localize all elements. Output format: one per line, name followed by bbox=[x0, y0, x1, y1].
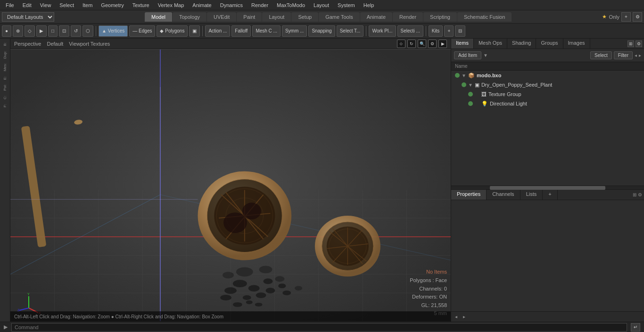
tool-rotate-icon[interactable]: ↺ bbox=[71, 25, 81, 37]
tab-uvedit[interactable]: UVEdit bbox=[207, 12, 236, 22]
tool-hex[interactable]: ⬡ bbox=[83, 25, 93, 37]
menu-file[interactable]: File bbox=[2, 1, 18, 9]
list-item[interactable]: ▼ 💡 Directional Light bbox=[464, 99, 644, 108]
add-item-button[interactable]: Add Item bbox=[454, 51, 481, 59]
visibility-dot[interactable] bbox=[468, 101, 473, 106]
menu-view[interactable]: View bbox=[36, 1, 55, 9]
command-exec-button[interactable]: ↵ bbox=[631, 323, 640, 332]
viewport-ctrl-5[interactable]: ▶ bbox=[438, 40, 447, 48]
tool-square[interactable]: □ bbox=[48, 25, 58, 37]
items-settings-btn[interactable]: ⚙ bbox=[636, 40, 642, 47]
viewport-ctrl-1[interactable]: ⊹ bbox=[397, 40, 405, 48]
tab-render[interactable]: Render bbox=[393, 12, 423, 22]
menu-select[interactable]: Select bbox=[56, 1, 78, 9]
list-item[interactable]: ▼ 🖼 Texture Group bbox=[464, 89, 644, 99]
tab-shading[interactable]: Shading bbox=[507, 39, 536, 49]
left-item-b[interactable]: B: bbox=[2, 40, 8, 48]
tab-lists[interactable]: Lists bbox=[520, 190, 543, 200]
select-button[interactable]: Select bbox=[590, 51, 612, 59]
tab-images[interactable]: Images bbox=[563, 39, 590, 49]
viewport-ctrl-4[interactable]: ⚙ bbox=[428, 40, 437, 48]
command-input[interactable] bbox=[11, 323, 627, 332]
menu-help[interactable]: Help bbox=[360, 1, 378, 9]
tab-mesh-ops[interactable]: Mesh Ops bbox=[474, 39, 507, 49]
tab-topology[interactable]: Topology bbox=[173, 12, 206, 22]
tab-add-props[interactable]: + bbox=[543, 190, 557, 200]
viewport-canvas[interactable]: No Items Polygons : Face Channels: 0 Def… bbox=[10, 49, 451, 322]
expand-arrow-icon[interactable]: ▼ bbox=[462, 73, 466, 78]
tool-diamond[interactable]: ◇ bbox=[25, 25, 35, 37]
menu-edit[interactable]: Edit bbox=[19, 1, 35, 9]
tool-select-circle[interactable]: ● bbox=[2, 25, 11, 37]
snapping-button[interactable]: Snapping bbox=[308, 25, 335, 37]
kits-button[interactable]: Kits bbox=[429, 25, 443, 37]
tab-layout[interactable]: Layout bbox=[262, 12, 291, 22]
tool-grid-btn[interactable]: ▣ bbox=[189, 25, 200, 37]
visibility-dot[interactable] bbox=[462, 82, 466, 87]
work-pl-button[interactable]: Work Pl... bbox=[369, 25, 396, 37]
selecti-button[interactable]: Selecti ... bbox=[397, 25, 423, 37]
viewport-textures-label[interactable]: Viewport Textures bbox=[69, 41, 110, 47]
tab-scripting[interactable]: Scripting bbox=[423, 12, 457, 22]
falloff-button[interactable]: Falloff bbox=[231, 25, 251, 37]
mesh-c-button[interactable]: Mesh C ... bbox=[252, 25, 281, 37]
props-settings-btn[interactable]: ⚙ bbox=[638, 192, 642, 197]
viewport-perspective-label[interactable]: Perspective bbox=[14, 41, 41, 47]
add-layout-button[interactable]: + bbox=[621, 12, 631, 22]
polygons-button[interactable]: ◆ Polygons bbox=[157, 25, 188, 37]
viewport-ctrl-3[interactable]: 🔍 bbox=[418, 40, 426, 48]
props-expand-btn[interactable]: ⊞ bbox=[633, 192, 636, 197]
left-item-dup[interactable]: Dup: bbox=[2, 49, 8, 61]
filter-button[interactable]: Filter bbox=[614, 51, 633, 59]
select-t-button[interactable]: Select T... bbox=[337, 25, 364, 37]
tool-remove-btn[interactable]: ⊟ bbox=[455, 25, 465, 37]
left-item-e[interactable]: E: bbox=[2, 74, 8, 82]
tab-channels[interactable]: Channels bbox=[487, 190, 520, 200]
tab-groups[interactable]: Groups bbox=[536, 39, 563, 49]
menu-render[interactable]: Render bbox=[248, 1, 272, 9]
tab-paint[interactable]: Paint bbox=[237, 12, 262, 22]
tool-arrow[interactable]: ▶ bbox=[36, 25, 47, 37]
tab-setup[interactable]: Setup bbox=[291, 12, 318, 22]
props-right-arrow[interactable]: ▸ bbox=[461, 313, 467, 320]
layout-dropdown[interactable]: Default Layouts bbox=[2, 12, 54, 22]
left-item-c[interactable]: C: bbox=[2, 94, 8, 101]
items-scrollbar[interactable] bbox=[451, 186, 644, 189]
menu-layout[interactable]: Layout bbox=[310, 1, 333, 9]
tool-add-btn[interactable]: + bbox=[444, 25, 454, 37]
tab-game-tools[interactable]: Game Tools bbox=[319, 12, 360, 22]
visibility-dot[interactable] bbox=[468, 92, 473, 97]
visibility-dot[interactable] bbox=[455, 73, 460, 78]
left-item-f[interactable]: F: bbox=[2, 102, 8, 109]
menu-maxtomodo[interactable]: MaxToModo bbox=[273, 1, 309, 9]
menu-item[interactable]: Item bbox=[79, 1, 96, 9]
menu-vertex-map[interactable]: Vertex Map bbox=[154, 1, 188, 9]
items-expand-btn[interactable]: ⊞ bbox=[627, 40, 634, 47]
left-item-mes[interactable]: Mes: bbox=[2, 61, 8, 73]
tab-items[interactable]: Items bbox=[451, 39, 474, 49]
menu-texture[interactable]: Texture bbox=[129, 1, 153, 9]
edges-button[interactable]: — Edges bbox=[129, 25, 155, 37]
vertices-button[interactable]: ▲ Vertices bbox=[99, 25, 128, 37]
menu-dynamics[interactable]: Dynamics bbox=[216, 1, 247, 9]
tab-animate[interactable]: Animate bbox=[360, 12, 392, 22]
items-expand-r-btn[interactable]: ▸ bbox=[639, 53, 641, 58]
tool-grid-sq[interactable]: ⊡ bbox=[59, 25, 69, 37]
menu-system[interactable]: System bbox=[334, 1, 359, 9]
tab-model[interactable]: Model bbox=[145, 12, 172, 22]
expand-arrow-icon[interactable]: ▼ bbox=[468, 82, 473, 88]
list-item[interactable]: ▼ 📦 modo.bxo bbox=[451, 71, 644, 80]
viewport-default-label[interactable]: Default bbox=[47, 41, 63, 47]
items-collapse-btn[interactable]: ◂ bbox=[635, 53, 637, 58]
tab-schematic[interactable]: Schematic Fusion bbox=[457, 12, 512, 22]
viewport-ctrl-2[interactable]: ↻ bbox=[407, 40, 416, 48]
menu-animate[interactable]: Animate bbox=[189, 1, 215, 9]
left-item-pol[interactable]: Pol: bbox=[2, 82, 8, 93]
menu-geometry[interactable]: Geometry bbox=[97, 1, 127, 9]
layout-settings-button[interactable]: ⚙ bbox=[633, 12, 642, 22]
props-left-arrow[interactable]: ◂ bbox=[453, 313, 459, 320]
symm-button[interactable]: Symm ... bbox=[282, 25, 307, 37]
action-button[interactable]: Action ... bbox=[205, 25, 230, 37]
list-item[interactable]: ▼ ▣ Dry_Open_Poppy_Seed_Plant bbox=[458, 80, 644, 89]
tab-properties[interactable]: Properties bbox=[451, 190, 487, 200]
